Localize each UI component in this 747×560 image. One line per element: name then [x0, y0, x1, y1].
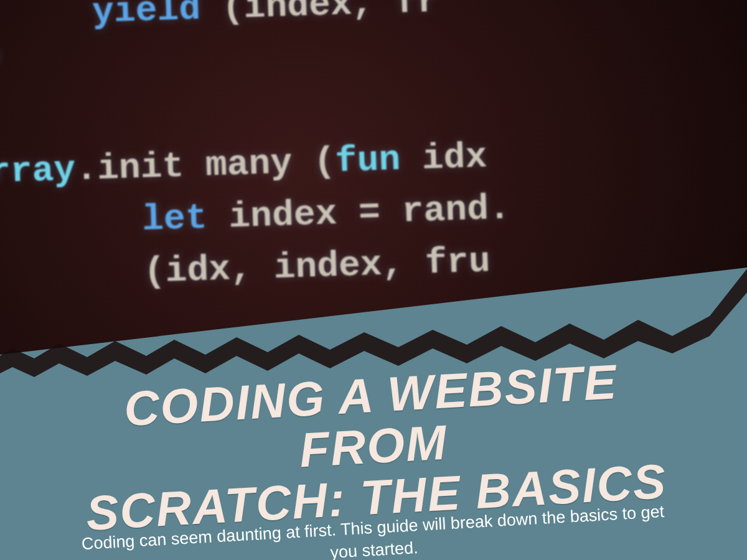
- code-frag: '': [0, 47, 8, 90]
- code-frag: (index, fr: [200, 0, 439, 29]
- code-type-array: Array: [0, 149, 76, 193]
- code-frag: [0, 0, 93, 38]
- code-frag: index = rand.: [207, 189, 511, 238]
- code-frag: idx: [400, 136, 509, 180]
- code-frag: .init many (: [75, 141, 336, 190]
- poster-canvas: yield (index, fr '' Array.init many (fun…: [0, 0, 747, 560]
- code-keyword-let: let: [141, 198, 207, 240]
- code-frag: (idx, index, fru: [0, 241, 491, 299]
- code-keyword-fun: fun: [335, 139, 401, 182]
- title-line-1: CODING A WEBSITE FROM: [123, 354, 619, 477]
- code-frag: [0, 200, 143, 247]
- code-keyword-yield: yield: [92, 0, 201, 32]
